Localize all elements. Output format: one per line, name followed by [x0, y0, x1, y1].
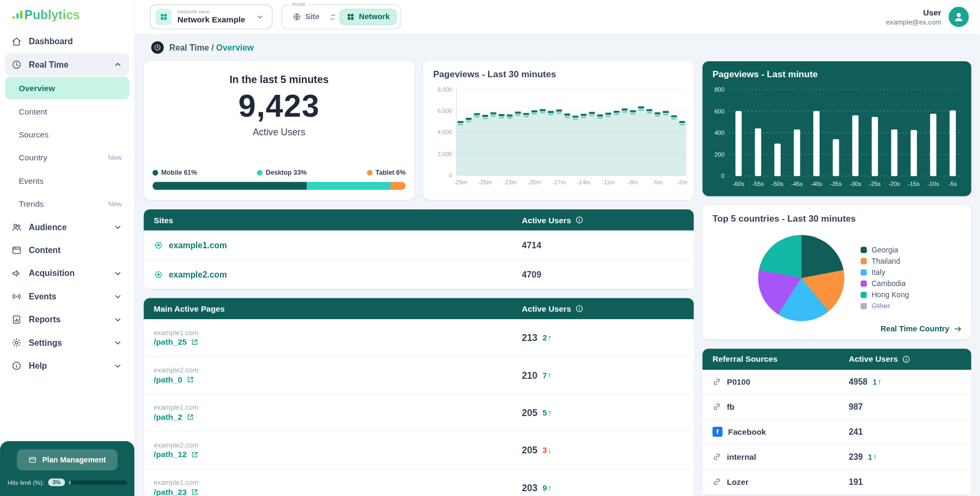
external-link-icon[interactable]: [190, 338, 198, 346]
device-dot: [257, 169, 263, 175]
sidebar-item-label: Settings: [29, 338, 106, 347]
sidebar-item-content[interactable]: Content: [5, 100, 129, 123]
sidebar-item-sources[interactable]: Sources: [5, 123, 129, 145]
legend-item-other[interactable]: Other: [861, 302, 909, 311]
hits-limit-row: Hits limit (%): 3%: [7, 478, 127, 486]
info-icon[interactable]: [575, 216, 584, 224]
sidebar-nav: DashboardReal TimeOverviewContentSources…: [0, 29, 134, 441]
legend-item-italy[interactable]: Italy: [861, 269, 909, 277]
network-name: Network Example: [177, 15, 245, 25]
active-users-title: In the last 5 minutes: [144, 61, 415, 88]
avatar[interactable]: [947, 6, 970, 28]
svg-text:-26m: -26m: [479, 179, 492, 185]
sidebar-item-country[interactable]: CountryNew: [5, 146, 129, 168]
svg-text:-35s: -35s: [830, 181, 842, 187]
referral-sources-table: Referral Sources Active Users P010049581…: [702, 348, 971, 494]
referral-name[interactable]: fb: [712, 402, 849, 412]
facebook-icon: f: [712, 427, 723, 437]
legend-swatch: [861, 281, 867, 287]
legend-swatch: [861, 270, 867, 276]
mode-label: Mode: [289, 1, 307, 7]
sidebar-item-content[interactable]: Content: [5, 239, 129, 262]
main-active-pages-table: Main Active Pages Active Users example1.…: [144, 298, 694, 496]
active-users-value: 987: [849, 402, 863, 412]
arrow-down-icon: ↓: [548, 445, 552, 455]
page-link[interactable]: /path_2: [154, 412, 182, 422]
external-link-icon[interactable]: [190, 488, 198, 496]
mode-network-button[interactable]: Network: [339, 9, 396, 25]
pages-table-header: Main Active Pages Active Users: [144, 298, 694, 319]
page-row: example2.com/path_02107↑: [144, 356, 694, 393]
device-dot: [367, 169, 372, 175]
realtime-country-link[interactable]: Real Time Country: [880, 324, 962, 334]
network-view-select[interactable]: Network view Network Example: [150, 4, 272, 29]
device-legend-item: Mobile 61%: [152, 169, 197, 176]
page-link[interactable]: /path_25: [154, 337, 187, 347]
chevron-down-icon: [112, 361, 123, 371]
sidebar-item-label: Events: [19, 176, 44, 185]
sidebar-item-dashboard[interactable]: Dashboard: [5, 30, 129, 53]
active-users-value: 4709: [522, 269, 694, 279]
page-link[interactable]: /path_0: [154, 375, 182, 385]
arrow-up-icon: ↑: [548, 333, 552, 343]
page-row: example1.com/path_252132↑: [144, 319, 694, 356]
plan-management-button[interactable]: Plan Management: [17, 449, 117, 470]
app-root: Publytics DashboardReal TimeOverviewCont…: [0, 0, 980, 496]
referral-row: fFacebook241: [702, 419, 971, 444]
active-users-subtitle: Active Users: [144, 127, 415, 137]
sidebar-item-real-time[interactable]: Real Time: [5, 53, 129, 76]
sidebar-item-audience[interactable]: Audience: [5, 216, 129, 239]
legend-item-cambodia[interactable]: Cambodia: [861, 280, 909, 288]
info-icon[interactable]: [575, 304, 584, 313]
swap-mode-icon[interactable]: [328, 12, 338, 22]
legend-item-hong-kong[interactable]: Hong Kong: [861, 291, 909, 299]
page-row: example1.com/path_232039↑: [144, 469, 694, 496]
logo[interactable]: Publytics: [0, 0, 134, 29]
svg-text:-8m: -8m: [628, 179, 638, 185]
referral-row: internal2391↑: [702, 444, 971, 469]
sidebar-item-help[interactable]: Help: [5, 354, 129, 377]
pageviews-last-minute-title: Pageviews - Last minute: [702, 61, 971, 82]
content: In the last 5 minutes 9,423 Active Users…: [135, 56, 980, 496]
svg-text:-50s: -50s: [772, 181, 783, 187]
sidebar-item-label: Sources: [19, 129, 48, 139]
referral-name[interactable]: P0100: [712, 377, 849, 387]
external-link-icon[interactable]: [190, 451, 198, 459]
external-link-icon[interactable]: [186, 376, 194, 384]
page-link[interactable]: /path_12: [154, 450, 187, 459]
main-area: Network view Network Example Mode Site N…: [135, 0, 980, 496]
chevron-up-icon: [112, 59, 123, 70]
user-menu[interactable]: User example@ex.com: [886, 6, 970, 28]
sidebar-item-trends[interactable]: TrendsNew: [5, 192, 129, 215]
sidebar-item-overview[interactable]: Overview: [5, 77, 129, 99]
pageviews-last-minute-chart: 0200400600800-60s-55s-50s-45s-40s-35s-30…: [702, 82, 971, 196]
realtime-clock-icon: [151, 41, 164, 53]
page-domain: example2.com: [154, 441, 522, 449]
site-link[interactable]: example1.com: [169, 240, 227, 250]
sidebar-item-acquisition[interactable]: Acquisition: [5, 262, 129, 284]
chevron-down-icon: [112, 291, 123, 302]
referral-name[interactable]: fFacebook: [712, 427, 849, 437]
external-link-icon[interactable]: [186, 413, 194, 421]
delta-up: 9↑: [542, 483, 552, 493]
sidebar-item-settings[interactable]: Settings: [5, 331, 129, 354]
legend-item-georgia[interactable]: Georgia: [861, 246, 909, 254]
arrow-up-icon: ↑: [873, 452, 877, 462]
sidebar-item-events[interactable]: Events: [5, 285, 129, 308]
page-link[interactable]: /path_23: [154, 487, 187, 496]
breadcrumb-page[interactable]: Overview: [216, 43, 254, 52]
sidebar-item-reports[interactable]: Reports: [5, 308, 129, 331]
referral-name[interactable]: internal: [712, 452, 849, 462]
report-icon: [11, 314, 22, 325]
svg-text:-25s: -25s: [869, 181, 881, 187]
active-users-value: 210: [522, 370, 537, 380]
info-icon[interactable]: [902, 355, 910, 363]
sidebar-item-events[interactable]: Events: [5, 169, 129, 192]
site-row: example2.com4709: [144, 259, 694, 289]
referral-name[interactable]: Lozer: [712, 477, 849, 487]
legend-item-thailand[interactable]: Thailand: [861, 257, 909, 265]
site-link[interactable]: example2.com: [169, 270, 227, 279]
mode-site-button[interactable]: Site: [286, 9, 326, 25]
active-users-value: 213: [522, 332, 537, 343]
svg-text:-45s: -45s: [791, 181, 803, 187]
